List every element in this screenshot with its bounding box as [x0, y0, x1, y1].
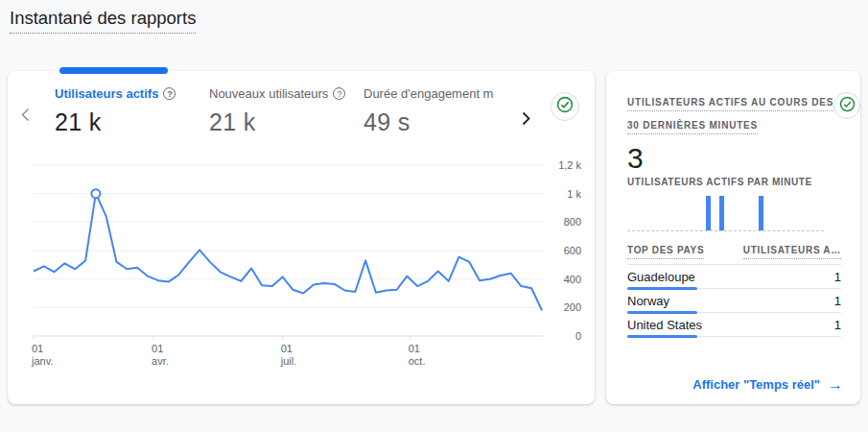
active-users-line-chart: 1,2 k1 k800600400200001janv.01avr.01juil… — [25, 159, 587, 371]
x-axis-label: juil. — [280, 355, 297, 367]
y-axis-label: 400 — [564, 274, 581, 285]
x-axis-label: janv. — [31, 355, 53, 367]
minute-bar — [706, 196, 711, 230]
country-name: Norway — [627, 294, 669, 308]
metric-label: Utilisateurs actifs — [55, 86, 158, 101]
country-value: 1 — [834, 318, 841, 332]
table-row: Guadeloupe 1 — [627, 265, 841, 289]
help-icon[interactable]: ? — [333, 87, 345, 100]
country-name: Guadeloupe — [627, 270, 695, 284]
realtime-title-line1: UTILISATEURS ACTIFS AU COURS DES — [627, 97, 833, 111]
check-circle-icon — [839, 96, 856, 116]
data-quality-button[interactable] — [551, 92, 579, 121]
country-value: 1 — [834, 270, 841, 284]
check-circle-icon — [556, 96, 574, 117]
x-axis-label: 01 — [152, 343, 163, 354]
per-minute-label: UTILISATEURS ACTIFS PAR MINUTE — [627, 177, 841, 187]
carousel-tab-indicator — [59, 67, 168, 74]
metric-value: 21 k — [55, 108, 209, 136]
country-name: United States — [627, 318, 702, 332]
overview-card: Utilisateurs actifs ? 21 k Nouveaux util… — [8, 71, 595, 404]
page-title: Instantané des rapports — [10, 8, 196, 34]
line-series — [34, 194, 542, 311]
minute-bar — [759, 196, 763, 230]
x-axis-label: 01 — [409, 343, 420, 354]
chevron-right-icon — [522, 112, 530, 129]
y-axis-label: 600 — [564, 245, 581, 256]
chevron-left-icon — [21, 108, 30, 125]
y-axis-label: 1 k — [567, 188, 581, 200]
arrow-right-icon: → — [828, 378, 843, 391]
x-axis-label: 01 — [281, 343, 293, 354]
row-bar — [627, 335, 697, 338]
top-countries-table: TOP DES PAYS UTILISATEURS A… Guadeloupe … — [627, 245, 841, 337]
carousel-next-button[interactable] — [522, 111, 530, 126]
column-header-users: UTILISATEURS A… — [743, 245, 841, 259]
y-axis-label: 800 — [564, 216, 581, 228]
table-row: Norway 1 — [627, 289, 841, 313]
column-header-country: TOP DES PAYS — [627, 245, 704, 259]
carousel-prev-button[interactable] — [21, 108, 30, 122]
x-axis-label: avr. — [152, 355, 169, 367]
metric-label: Durée d'engagement m — [364, 86, 493, 101]
realtime-title: UTILISATEURS ACTIFS AU COURS DES 30 DERN… — [627, 92, 833, 138]
users-per-minute-chart — [627, 195, 824, 231]
metric-engagement-time[interactable]: Durée d'engagement m 49 s — [364, 86, 518, 136]
active-users-count: 3 — [627, 145, 841, 172]
data-point-marker — [91, 189, 100, 198]
x-axis-label: 01 — [32, 343, 43, 354]
minute-bar — [719, 196, 724, 230]
table-row: United States 1 — [627, 313, 841, 337]
view-realtime-label: Afficher "Temps réel" — [692, 377, 820, 392]
view-realtime-link[interactable]: Afficher "Temps réel" → — [692, 377, 843, 392]
realtime-title-line2: 30 DERNIÈRES MINUTES — [627, 120, 758, 134]
y-axis-label: 200 — [564, 301, 581, 313]
data-quality-button[interactable] — [833, 92, 860, 119]
metric-active-users[interactable]: Utilisateurs actifs ? 21 k — [55, 86, 209, 136]
x-axis-label: oct. — [409, 355, 426, 367]
y-axis-label: 1,2 k — [558, 159, 581, 171]
metric-value: 49 s — [364, 108, 518, 136]
metric-label: Nouveaux utilisateurs — [209, 86, 328, 101]
metric-value: 21 k — [209, 108, 364, 136]
help-icon[interactable]: ? — [163, 87, 176, 100]
metric-new-users[interactable]: Nouveaux utilisateurs ? 21 k — [209, 86, 364, 136]
metrics-carousel: Utilisateurs actifs ? 21 k Nouveaux util… — [55, 86, 518, 136]
country-value: 1 — [834, 294, 841, 308]
y-axis-label: 0 — [575, 330, 581, 342]
realtime-card: UTILISATEURS ACTIFS AU COURS DES 30 DERN… — [606, 71, 860, 404]
